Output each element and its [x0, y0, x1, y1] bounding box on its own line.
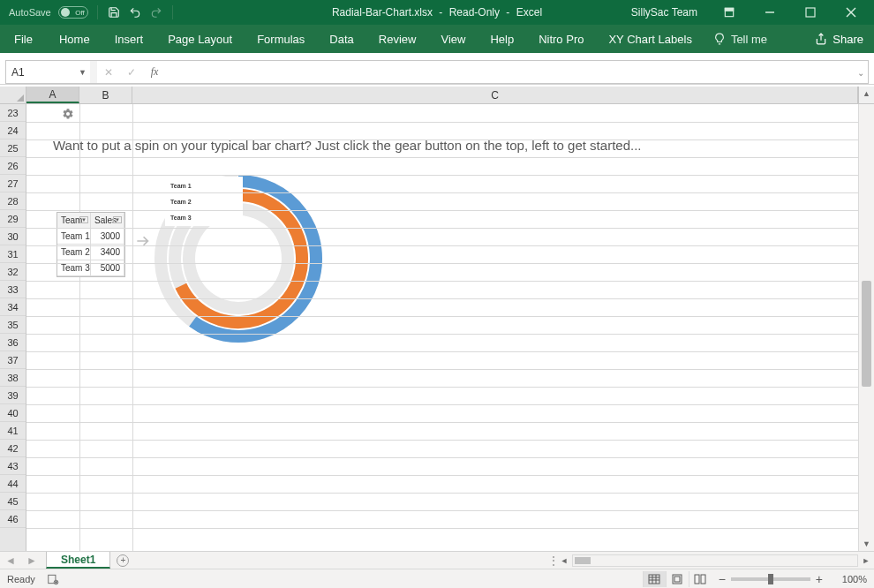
insert-function-button[interactable]: fx	[143, 60, 166, 84]
tab-help[interactable]: Help	[478, 25, 526, 53]
zoom-level[interactable]: 100%	[830, 574, 867, 584]
tell-me-search[interactable]: Tell me	[704, 25, 776, 53]
ribbon-options-icon[interactable]	[712, 0, 747, 25]
row-header[interactable]: 43	[0, 457, 26, 475]
column-header-b[interactable]: B	[79, 87, 132, 103]
undo-icon[interactable]	[128, 5, 142, 19]
svg-rect-18	[674, 577, 680, 582]
svg-point-11	[55, 581, 57, 583]
select-all-cell[interactable]	[0, 87, 26, 103]
tab-formulas[interactable]: Formulas	[245, 25, 317, 53]
arrow-right-icon	[134, 232, 152, 253]
row-header[interactable]: 39	[0, 387, 26, 404]
row-header[interactable]: 32	[0, 263, 26, 281]
row-header[interactable]: 40	[0, 404, 26, 422]
row-header[interactable]: 23	[0, 104, 26, 122]
tab-data[interactable]: Data	[317, 25, 365, 53]
autosave-label: AutoSave	[9, 7, 51, 18]
tab-review[interactable]: Review	[366, 25, 429, 53]
table-row: Team 2 3400	[57, 245, 124, 260]
chart-legend: Team 1 Team 2 Team 3	[170, 180, 192, 228]
row-header[interactable]: 44	[0, 475, 26, 493]
account-name[interactable]: SillySac Team	[631, 6, 697, 19]
save-icon[interactable]	[107, 5, 121, 19]
gear-icon[interactable]	[62, 108, 74, 123]
sheet-tab-active[interactable]: Sheet1	[46, 552, 110, 569]
lightbulb-icon	[713, 33, 726, 45]
table-header-sales[interactable]: Sales▼	[91, 213, 124, 229]
formula-input[interactable]: ⌄	[166, 60, 869, 84]
row-header[interactable]: 28	[0, 192, 26, 210]
view-normal-icon[interactable]	[643, 571, 666, 587]
column-header-a[interactable]: A	[26, 87, 79, 103]
row-header[interactable]: 35	[0, 316, 26, 334]
scroll-up-icon[interactable]: ▲	[863, 89, 870, 98]
view-page-break-icon[interactable]	[689, 571, 712, 587]
zoom-in-button[interactable]: +	[816, 573, 823, 585]
zoom-out-button[interactable]: −	[719, 573, 726, 585]
row-header[interactable]: 25	[0, 139, 26, 157]
horizontal-scrollbar[interactable]: ◄ ►	[556, 552, 874, 569]
tab-page-layout[interactable]: Page Layout	[155, 25, 245, 53]
scroll-down-icon[interactable]: ▼	[863, 539, 870, 548]
chevron-down-icon: ▼	[79, 68, 87, 77]
share-button[interactable]: Share	[804, 25, 874, 53]
zoom-slider[interactable]: − +	[719, 573, 823, 585]
row-header[interactable]: 33	[0, 281, 26, 298]
row-header[interactable]: 42	[0, 440, 26, 457]
row-header[interactable]: 38	[0, 369, 26, 387]
vertical-scrollbar[interactable]: ▼	[858, 104, 874, 551]
row-header[interactable]: 24	[0, 122, 26, 139]
svg-rect-3	[806, 8, 815, 17]
row-header[interactable]: 41	[0, 422, 26, 440]
tab-view[interactable]: View	[428, 25, 478, 53]
table-header-team[interactable]: Team▼	[57, 213, 91, 229]
svg-rect-19	[695, 575, 699, 584]
row-header[interactable]: 37	[0, 351, 26, 369]
row-header[interactable]: 34	[0, 298, 26, 316]
autosave-toggle[interactable]: Off	[58, 6, 88, 19]
share-icon	[815, 33, 827, 45]
row-header[interactable]: 31	[0, 245, 26, 263]
status-text: Ready	[7, 574, 35, 584]
row-header[interactable]: 46	[0, 510, 26, 528]
ribbon-tabs: File Home Insert Page Layout Formulas Da…	[0, 25, 874, 53]
name-box[interactable]: A1 ▼	[5, 60, 90, 84]
row-header[interactable]: 36	[0, 334, 26, 351]
sheet-nav-prev-icon[interactable]: ◄	[0, 552, 21, 569]
sheet-nav-next-icon[interactable]: ►	[21, 552, 42, 569]
cells-area[interactable]: Want to put a spin on your typical bar c…	[26, 104, 858, 551]
tab-home[interactable]: Home	[47, 25, 102, 53]
tab-insert[interactable]: Insert	[102, 25, 156, 53]
formula-enter-icon[interactable]: ✓	[120, 60, 143, 84]
minimize-icon[interactable]	[752, 0, 787, 25]
sheet-tab-bar: ◄ ► Sheet1 + ⋮ ◄ ►	[0, 551, 874, 569]
formula-bar: A1 ▼ ✕ ✓ fx ⌄	[0, 60, 874, 85]
close-icon[interactable]	[833, 0, 869, 25]
row-header[interactable]: 30	[0, 228, 26, 245]
redo-icon[interactable]	[149, 5, 163, 19]
table-row: Team 1 3000	[57, 229, 124, 245]
svg-rect-1	[725, 8, 733, 11]
sample-data-table: Team▼ Sales▼ Team 1 3000 Team 2 3400 Tea…	[57, 212, 125, 277]
title-bar: AutoSave Off Radial-Bar-Chart.xlsx - Rea…	[0, 0, 874, 25]
row-headers: 2324252627282930313233343536373839404142…	[0, 104, 26, 551]
status-bar: Ready − + 100%	[0, 569, 874, 588]
maximize-icon[interactable]	[793, 0, 828, 25]
macro-record-icon[interactable]	[44, 573, 62, 585]
svg-rect-20	[701, 575, 705, 584]
row-header[interactable]: 29	[0, 210, 26, 228]
row-header[interactable]: 26	[0, 157, 26, 175]
view-page-layout-icon[interactable]	[666, 571, 689, 587]
radial-bar-chart: Team 1 Team 2 Team 3	[154, 175, 322, 343]
row-header[interactable]: 45	[0, 493, 26, 510]
tab-file[interactable]: File	[0, 25, 47, 53]
svg-rect-12	[649, 575, 659, 584]
expand-formula-icon[interactable]: ⌄	[857, 67, 864, 77]
column-header-c[interactable]: C	[132, 87, 858, 103]
row-header[interactable]: 27	[0, 175, 26, 192]
tab-xy-chart-labels[interactable]: XY Chart Labels	[596, 25, 704, 53]
tab-nitro-pro[interactable]: Nitro Pro	[526, 25, 596, 53]
formula-cancel-icon[interactable]: ✕	[97, 60, 120, 84]
new-sheet-button[interactable]: +	[110, 552, 135, 569]
